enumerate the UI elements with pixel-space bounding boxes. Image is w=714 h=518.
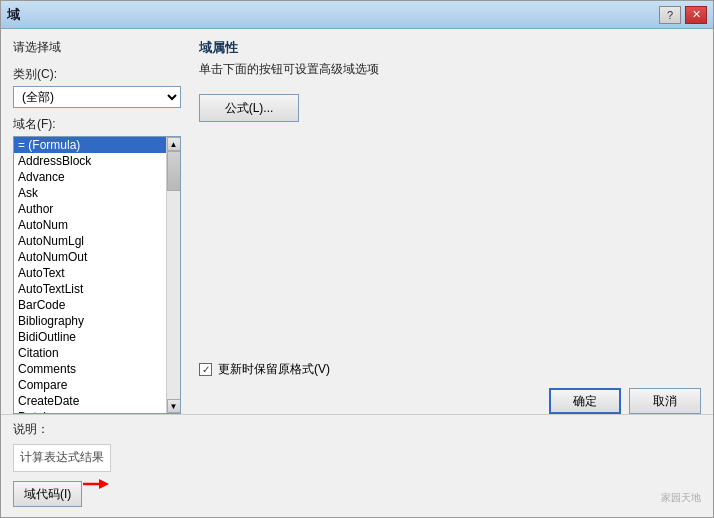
ok-button[interactable]: 确定 <box>549 388 621 414</box>
list-item[interactable]: Ask <box>14 185 166 201</box>
list-item[interactable]: AutoTextList <box>14 281 166 297</box>
list-item[interactable]: Comments <box>14 361 166 377</box>
bottom-section: 说明： 计算表达式结果 域代码(I) 家园天地 <box>1 414 713 517</box>
properties-title: 域属性 <box>199 39 701 57</box>
select-domain-title: 请选择域 <box>13 39 181 56</box>
scroll-thumb[interactable] <box>167 151 181 191</box>
right-bottom: 更新时保留原格式(V) 确定 取消 <box>199 122 701 414</box>
scroll-up[interactable]: ▲ <box>167 137 181 151</box>
preserve-format-row: 更新时保留原格式(V) <box>199 361 701 378</box>
window-title: 域 <box>7 6 20 24</box>
list-item[interactable]: = (Formula) <box>14 137 166 153</box>
list-item[interactable]: AutoText <box>14 265 166 281</box>
right-panel: 域属性 单击下面的按钮可设置高级域选项 公式(L)... 更新时保留原格式(V)… <box>191 29 713 414</box>
properties-desc: 单击下面的按钮可设置高级域选项 <box>199 61 701 78</box>
list-item[interactable]: AutoNumOut <box>14 249 166 265</box>
field-code-button[interactable]: 域代码(I) <box>13 481 82 507</box>
close-button[interactable]: ✕ <box>685 6 707 24</box>
list-item[interactable]: AutoNumLgl <box>14 233 166 249</box>
list-item[interactable]: Citation <box>14 345 166 361</box>
list-item[interactable]: Advance <box>14 169 166 185</box>
list-item[interactable]: BarCode <box>14 297 166 313</box>
scrollbar[interactable]: ▲ ▼ <box>166 137 180 413</box>
help-button[interactable]: ? <box>659 6 681 24</box>
scroll-down[interactable]: ▼ <box>167 399 181 413</box>
red-arrow-icon <box>81 474 111 494</box>
list-item[interactable]: Author <box>14 201 166 217</box>
preserve-format-label: 更新时保留原格式(V) <box>218 361 330 378</box>
main-window: 域 ? ✕ 请选择域 类别(C): (全部) 域名(F): = (Formula… <box>0 0 714 518</box>
category-dropdown-container: (全部) <box>13 86 181 108</box>
list-item[interactable]: Bibliography <box>14 313 166 329</box>
left-panel: 请选择域 类别(C): (全部) 域名(F): = (Formula)Addre… <box>1 29 191 414</box>
scroll-track <box>167 151 181 399</box>
main-content: 请选择域 类别(C): (全部) 域名(F): = (Formula)Addre… <box>1 29 713 414</box>
list-item[interactable]: BidiOutline <box>14 329 166 345</box>
preserve-format-checkbox[interactable] <box>199 363 212 376</box>
ok-cancel-row: 确定 取消 <box>199 388 701 414</box>
list-item[interactable]: AddressBlock <box>14 153 166 169</box>
fields-label: 域名(F): <box>13 116 181 133</box>
list-item[interactable]: Database <box>14 409 166 413</box>
list-item[interactable]: CreateDate <box>14 393 166 409</box>
formula-button[interactable]: 公式(L)... <box>199 94 299 122</box>
field-list: = (Formula)AddressBlockAdvanceAskAuthorA… <box>14 137 166 413</box>
list-item[interactable]: AutoNum <box>14 217 166 233</box>
list-item[interactable]: Compare <box>14 377 166 393</box>
title-bar: 域 ? ✕ <box>1 1 713 29</box>
description-box: 计算表达式结果 <box>13 444 111 472</box>
svg-marker-1 <box>99 479 109 489</box>
category-dropdown[interactable]: (全部) <box>13 86 181 108</box>
description-section: 说明： 计算表达式结果 域代码(I) <box>13 421 111 507</box>
cancel-button[interactable]: 取消 <box>629 388 701 414</box>
watermark: 家园天地 <box>661 491 701 505</box>
category-label: 类别(C): <box>13 66 181 83</box>
title-bar-buttons: ? ✕ <box>659 6 707 24</box>
field-list-container: = (Formula)AddressBlockAdvanceAskAuthorA… <box>13 136 181 414</box>
description-label: 说明： <box>13 421 111 438</box>
